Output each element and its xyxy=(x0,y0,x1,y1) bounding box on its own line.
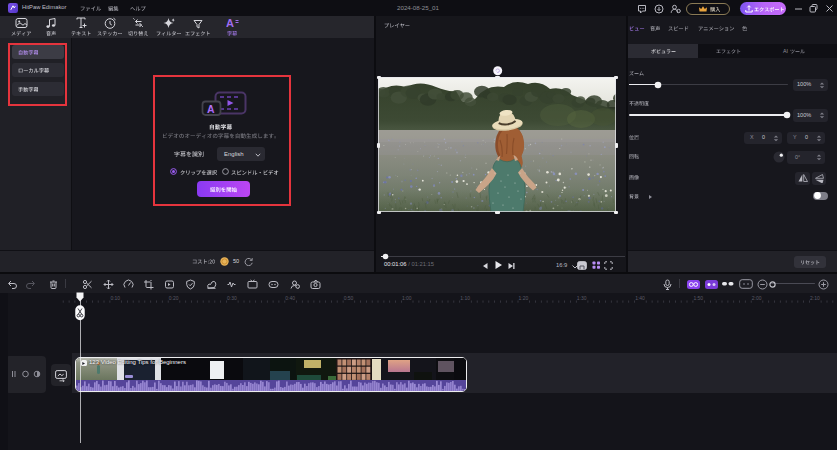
svg-text:1:10: 1:10 xyxy=(460,295,470,301)
svg-text:2:10: 2:10 xyxy=(810,295,820,301)
svg-text:1:50: 1:50 xyxy=(693,295,703,301)
svg-text:0:40: 0:40 xyxy=(285,295,295,301)
svg-text:1:00: 1:00 xyxy=(402,295,412,301)
svg-text:2:00: 2:00 xyxy=(752,295,762,301)
svg-text:1:30: 1:30 xyxy=(577,295,587,301)
svg-text:0:20: 0:20 xyxy=(169,295,179,301)
svg-text:0:50: 0:50 xyxy=(344,295,354,301)
svg-text:1:20: 1:20 xyxy=(519,295,529,301)
svg-text:0:10: 0:10 xyxy=(110,295,120,301)
svg-text:0:30: 0:30 xyxy=(227,295,237,301)
svg-text:1:40: 1:40 xyxy=(635,295,645,301)
